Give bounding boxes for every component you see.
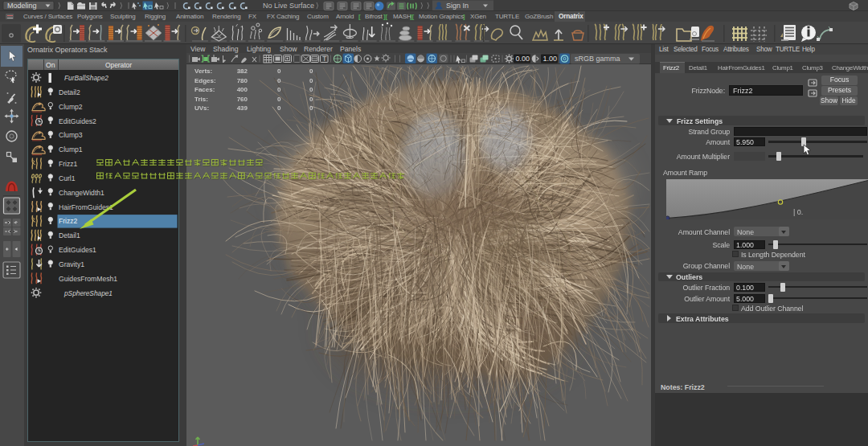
svg-text:Gravity1: Gravity1 [59, 260, 84, 268]
svg-text:GuidesFromMesh1: GuidesFromMesh1 [59, 275, 117, 283]
svg-text:0.00: 0.00 [516, 55, 530, 63]
svg-text:Clump3: Clump3 [59, 131, 83, 139]
svg-text:T: T [322, 55, 327, 63]
svg-text:pSphereShape1: pSphereShape1 [63, 289, 113, 297]
svg-text:FurBallShape2: FurBallShape2 [64, 74, 108, 82]
svg-text:1.00: 1.00 [543, 55, 558, 63]
svg-text:Detail2: Detail2 [59, 88, 80, 96]
svg-text:EditGuides1: EditGuides1 [59, 246, 96, 254]
svg-text:sRGB gamma: sRGB gamma [575, 55, 620, 63]
svg-text:Clump2: Clump2 [59, 103, 83, 111]
svg-text:EditGuides2: EditGuides2 [59, 117, 96, 125]
svg-text:| 0.: | 0. [793, 208, 803, 216]
